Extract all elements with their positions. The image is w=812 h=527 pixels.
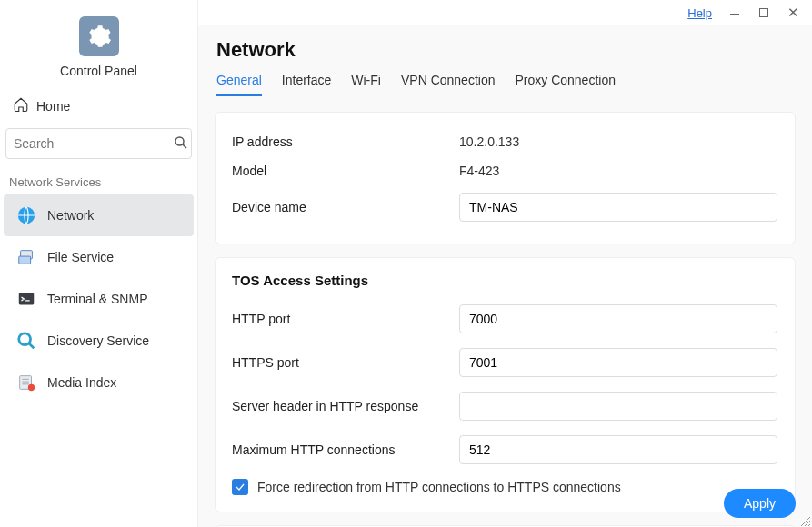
http-port-input[interactable]: [459, 304, 777, 333]
file-service-icon: [16, 247, 36, 267]
svg-line-7: [29, 343, 35, 349]
sidebar-item-label: Terminal & SNMP: [47, 292, 147, 306]
window-close-button[interactable]: ✕: [787, 5, 799, 21]
window-minimize-button[interactable]: [728, 6, 741, 20]
svg-rect-5: [19, 293, 35, 305]
page-title: Network: [216, 38, 796, 62]
device-info-card: IP address 10.2.0.133 Model F4-423 Devic…: [215, 112, 796, 244]
https-port-label: HTTPS port: [232, 355, 459, 370]
tab-wifi[interactable]: Wi-Fi: [351, 73, 381, 96]
check-icon: [235, 482, 246, 492]
ip-address-label: IP address: [232, 134, 459, 149]
globe-icon: [16, 205, 36, 225]
control-panel-icon: [79, 16, 119, 56]
sidebar: Control Panel Home Network Services Netw…: [0, 0, 198, 527]
tab-interface[interactable]: Interface: [282, 73, 331, 96]
max-connections-label: Maximum HTTP connections: [232, 442, 459, 457]
force-https-redirect-label: Force redirection from HTTP connections …: [257, 480, 621, 494]
svg-rect-4: [19, 256, 31, 264]
apply-button[interactable]: Apply: [724, 489, 796, 518]
force-https-redirect-checkbox[interactable]: [232, 479, 248, 495]
svg-point-0: [175, 137, 184, 145]
http-port-label: HTTP port: [232, 312, 459, 326]
window-maximize-button[interactable]: [757, 6, 770, 20]
sidebar-item-media-index[interactable]: Media Index: [4, 362, 194, 403]
sidebar-item-network[interactable]: Network: [4, 194, 194, 236]
home-label: Home: [36, 99, 70, 114]
tabs: General Interface Wi-Fi VPN Connection P…: [215, 73, 796, 103]
device-name-label: Device name: [232, 200, 459, 214]
sidebar-item-discovery-service[interactable]: Discovery Service: [4, 320, 194, 362]
svg-point-6: [19, 333, 31, 345]
svg-point-12: [28, 384, 35, 391]
sidebar-item-label: File Service: [47, 250, 114, 264]
server-header-label: Server header in HTTP response: [232, 399, 459, 413]
tos-heading: TOS Access Settings: [232, 273, 778, 288]
model-value: F4-423: [459, 164, 499, 178]
tab-proxy-connection[interactable]: Proxy Connection: [515, 73, 616, 96]
home-icon: [13, 96, 29, 115]
media-index-icon: [16, 373, 36, 393]
sidebar-item-terminal-snmp[interactable]: Terminal & SNMP: [4, 278, 194, 320]
sidebar-item-label: Media Index: [47, 375, 116, 390]
search-icon: [173, 134, 189, 154]
help-link[interactable]: Help: [687, 6, 712, 20]
app-title: Control Panel: [60, 64, 137, 78]
tab-vpn-connection[interactable]: VPN Connection: [401, 73, 496, 96]
model-label: Model: [232, 164, 459, 178]
sidebar-item-label: Network: [47, 208, 94, 223]
sidebar-item-file-service[interactable]: File Service: [4, 236, 194, 278]
sidebar-item-label: Discovery Service: [47, 333, 149, 348]
svg-line-1: [183, 144, 186, 147]
section-heading: Network Services: [0, 168, 197, 194]
home-button[interactable]: Home: [0, 87, 197, 124]
max-connections-input[interactable]: [459, 435, 777, 464]
https-port-input[interactable]: [459, 348, 777, 377]
svg-line-15: [808, 524, 810, 526]
terminal-icon: [16, 289, 36, 309]
magnify-icon: [16, 331, 36, 351]
ip-address-value: 10.2.0.133: [459, 134, 519, 149]
resize-grip[interactable]: [799, 514, 810, 525]
tab-general[interactable]: General: [216, 73, 262, 96]
device-name-input[interactable]: [459, 193, 777, 222]
search-input[interactable]: [14, 136, 173, 151]
tos-settings-card: TOS Access Settings HTTP port HTTPS port…: [215, 257, 796, 512]
main-content: Network General Interface Wi-Fi VPN Conn…: [198, 25, 812, 527]
search-box[interactable]: [5, 128, 192, 159]
server-header-input[interactable]: [459, 392, 777, 421]
